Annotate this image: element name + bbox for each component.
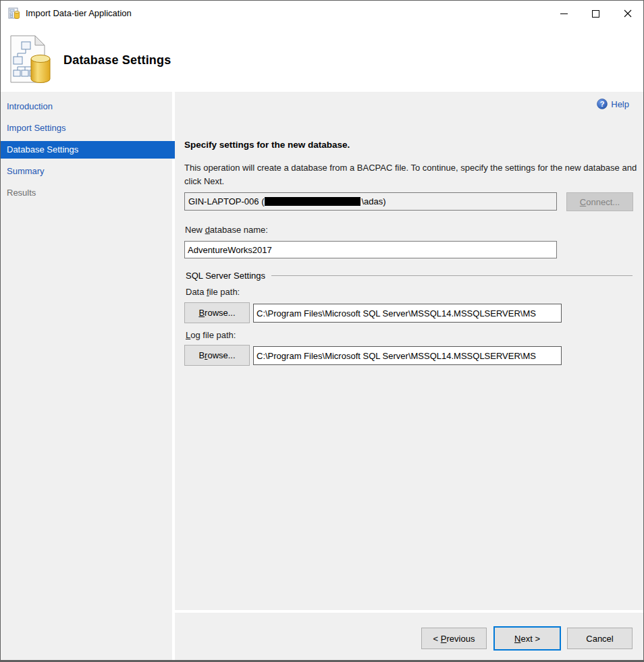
panel-heading: Specify settings for the new database. — [184, 140, 350, 150]
browse-data-file-button[interactable]: Browse... — [184, 302, 250, 323]
browse-log-file-button[interactable]: Browse... — [184, 345, 250, 366]
data-tier-application-icon — [8, 7, 20, 20]
wizard-steps-sidebar: Introduction Import Settings Database Se… — [1, 92, 172, 660]
help-link[interactable]: ? Help — [597, 99, 629, 109]
window-controls — [548, 1, 643, 26]
log-file-path-label: Log file path: — [186, 330, 236, 340]
wizard-header: Database Settings — [1, 26, 643, 92]
import-data-tier-application-window: Import Data-tier Application — [0, 0, 644, 662]
server-name-suffix: \adas) — [361, 196, 385, 206]
sql-server-settings-label: SQL Server Settings — [186, 271, 265, 281]
sidebar-item-import-settings[interactable]: Import Settings — [1, 117, 172, 139]
window-title: Import Data-tier Application — [26, 1, 132, 26]
panel-description: This operation will create a database fr… — [184, 161, 644, 188]
close-button[interactable] — [612, 1, 643, 26]
sidebar-item-summary[interactable]: Summary — [1, 161, 172, 182]
page-title: Database Settings — [63, 53, 171, 67]
minimize-icon — [560, 13, 568, 14]
database-name-input[interactable] — [184, 241, 557, 258]
connect-button[interactable]: Connect... — [566, 192, 633, 211]
next-button[interactable]: Next > — [493, 626, 561, 651]
server-name-prefix: GIN-LAPTOP-006 ( — [188, 196, 264, 206]
sidebar-item-introduction[interactable]: Introduction — [1, 96, 172, 117]
titlebar: Import Data-tier Application — [1, 1, 643, 26]
maximize-button[interactable] — [580, 1, 612, 26]
cancel-button[interactable]: Cancel — [567, 628, 633, 649]
help-label: Help — [611, 99, 629, 109]
database-document-icon — [7, 34, 52, 87]
database-settings-panel: ? Help Specify settings for the new data… — [175, 92, 643, 610]
server-name-display[interactable]: GIN-LAPTOP-006 (\adas) — [184, 192, 557, 211]
close-icon — [624, 9, 632, 18]
data-file-path-input[interactable] — [253, 304, 562, 323]
minimize-button[interactable] — [548, 1, 580, 26]
help-question-icon: ? — [597, 99, 608, 109]
group-divider-line — [271, 275, 633, 276]
maximize-icon — [592, 10, 599, 18]
sidebar-item-results: Results — [1, 182, 172, 204]
svg-text:?: ? — [600, 100, 605, 108]
previous-button[interactable]: < Previous — [421, 628, 487, 649]
sql-server-settings-group: SQL Server Settings — [186, 271, 633, 281]
sidebar-item-database-settings[interactable]: Database Settings — [1, 141, 175, 159]
footer-button-bar: < Previous Next > Cancel — [175, 613, 643, 660]
redacted-text — [265, 197, 360, 206]
database-name-label: New database name: — [185, 225, 268, 235]
log-file-path-input[interactable] — [253, 346, 562, 365]
data-file-path-label: Data file path: — [186, 287, 240, 297]
